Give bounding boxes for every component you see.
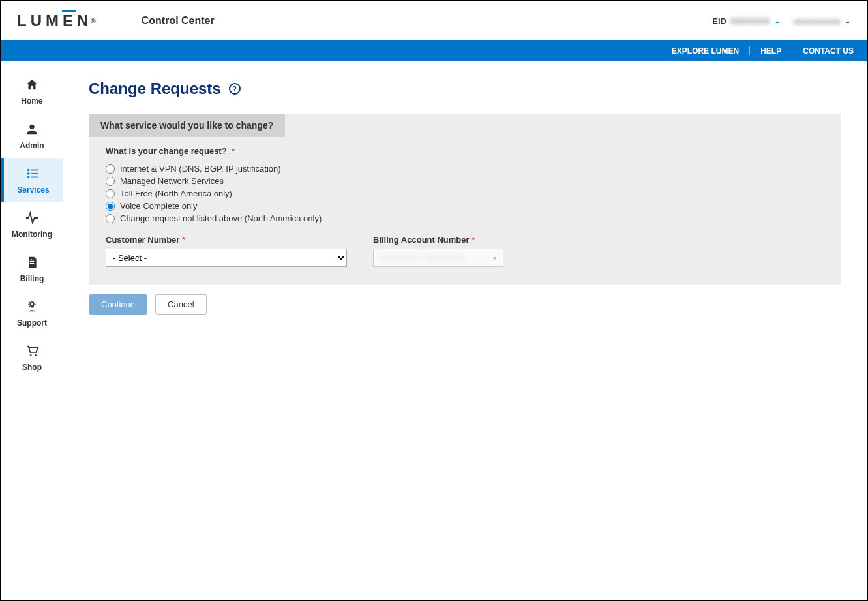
radio-input[interactable]	[106, 164, 115, 174]
user-dropdown[interactable]: xxxxxxxxxx ⌄	[794, 16, 851, 26]
sidebar-item-shop[interactable]: Shop	[1, 335, 63, 380]
customer-number-field: Customer Number * - Select -	[106, 235, 347, 267]
svg-point-0	[29, 125, 34, 129]
radio-input[interactable]	[106, 189, 115, 198]
radio-option-toll-free[interactable]: Toll Free (North America only)	[106, 189, 824, 198]
sidebar-item-support[interactable]: Support	[1, 291, 63, 335]
username: xxxxxxxxxx	[794, 16, 841, 26]
action-buttons: Continue Cancel	[89, 294, 841, 315]
panel-body: What is your change request? * Internet …	[89, 137, 841, 272]
eid-label: EID	[712, 16, 726, 26]
support-icon	[24, 299, 40, 315]
help-link[interactable]: HELP	[750, 46, 792, 55]
radio-option-voice-complete[interactable]: Voice Complete only	[106, 201, 824, 211]
svg-point-9	[35, 354, 37, 356]
sidebar-item-label: Billing	[20, 274, 44, 283]
sidebar-item-label: Services	[17, 185, 49, 194]
eid-value: XXXXXXX	[730, 16, 770, 26]
sidebar-item-admin[interactable]: Admin	[1, 114, 63, 158]
svg-point-8	[30, 354, 32, 356]
home-icon	[24, 77, 40, 93]
pulse-icon	[24, 210, 40, 226]
radio-label: Voice Complete only	[120, 201, 198, 211]
billing-account-field: Billing Account Number * XXXXXXX / XXXXX…	[373, 235, 503, 267]
form-panel: What service would you like to change? W…	[89, 114, 841, 285]
field-label: Billing Account Number *	[373, 235, 503, 245]
chevron-down-icon: ⌄	[774, 16, 781, 25]
cart-icon	[24, 343, 40, 359]
radio-option-not-listed[interactable]: Change request not listed above (North A…	[106, 213, 824, 223]
svg-point-5	[27, 176, 30, 179]
svg-point-3	[27, 172, 30, 175]
radio-option-managed-network[interactable]: Managed Network Services	[106, 176, 824, 186]
explore-link[interactable]: EXPLORE LUMEN	[661, 46, 750, 55]
brand-logo: LUMEN®	[17, 12, 96, 30]
layout: Home Admin Services Monitoring Billing S…	[1, 61, 867, 600]
question-label: What is your change request? *	[106, 146, 824, 156]
radio-input[interactable]	[106, 202, 115, 211]
radio-label: Internet & VPN (DNS, BGP, IP justificati…	[120, 164, 281, 174]
sidebar-item-label: Monitoring	[12, 230, 52, 239]
sidebar-item-label: Shop	[22, 363, 42, 372]
sidebar-item-services[interactable]: Services	[1, 158, 63, 202]
change-request-radio-group: Internet & VPN (DNS, BGP, IP justificati…	[106, 164, 824, 223]
svg-rect-4	[31, 173, 38, 174]
radio-label: Managed Network Services	[120, 176, 224, 186]
billing-account-select[interactable]: XXXXXXX / XXXXXXX	[373, 249, 503, 267]
sidebar-item-billing[interactable]: Billing	[1, 247, 63, 291]
sidebar-item-label: Support	[17, 318, 47, 328]
svg-point-1	[27, 169, 30, 172]
utility-bar: EXPLORE LUMEN HELP CONTACT US	[1, 40, 867, 61]
radio-input[interactable]	[106, 214, 115, 223]
app-title: Control Center	[142, 15, 215, 27]
panel-header: What service would you like to change?	[89, 114, 285, 137]
sidebar-item-label: Home	[21, 97, 42, 106]
contact-link[interactable]: CONTACT US	[792, 46, 854, 55]
chevron-down-icon: ⌄	[845, 16, 851, 25]
user-icon	[24, 121, 40, 137]
sidebar: Home Admin Services Monitoring Billing S…	[1, 61, 63, 600]
topbar: LUMEN® Control Center EID XXXXXXX ⌄ xxxx…	[1, 1, 867, 40]
customer-number-select[interactable]: - Select -	[106, 249, 347, 267]
list-icon	[25, 166, 41, 181]
field-label: Customer Number *	[106, 235, 347, 245]
continue-button[interactable]: Continue	[89, 294, 147, 315]
billing-value: XXXXXXX / XXXXXXX	[379, 253, 465, 263]
sidebar-item-home[interactable]: Home	[1, 69, 63, 114]
svg-point-7	[30, 303, 34, 307]
help-icon[interactable]: ?	[229, 83, 241, 95]
svg-rect-2	[31, 170, 38, 171]
invoice-icon	[24, 254, 40, 270]
sidebar-item-monitoring[interactable]: Monitoring	[1, 202, 63, 247]
top-right: EID XXXXXXX ⌄ xxxxxxxxxx ⌄	[712, 16, 851, 26]
radio-input[interactable]	[106, 177, 115, 186]
cancel-button[interactable]: Cancel	[155, 294, 206, 315]
radio-label: Change request not listed above (North A…	[120, 213, 322, 223]
radio-label: Toll Free (North America only)	[120, 189, 232, 198]
radio-option-internet-vpn[interactable]: Internet & VPN (DNS, BGP, IP justificati…	[106, 164, 824, 174]
svg-rect-6	[31, 177, 38, 178]
fields-row: Customer Number * - Select - Billing Acc…	[106, 235, 824, 267]
sidebar-item-label: Admin	[20, 141, 44, 150]
page-title: Change Requests ?	[89, 80, 841, 98]
main-content: Change Requests ? What service would you…	[63, 61, 867, 600]
eid-dropdown[interactable]: EID XXXXXXX ⌄	[712, 16, 780, 26]
